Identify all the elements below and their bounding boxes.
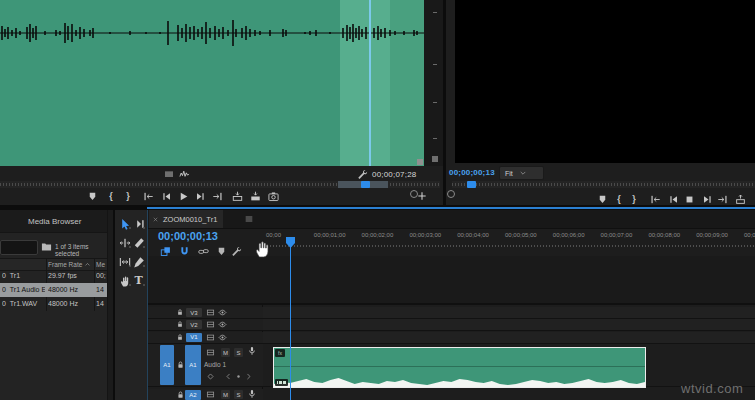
step-back-button[interactable] [159, 189, 173, 203]
go-to-in-button[interactable] [141, 189, 155, 203]
add-marker-button[interactable] [85, 189, 99, 203]
source-scrubber-handle[interactable] [361, 181, 370, 188]
ruler-label: 00;00;03;00 [409, 232, 441, 238]
program-playhead-handle[interactable] [467, 181, 476, 188]
add-marker-button[interactable] [595, 192, 609, 205]
source-waveform-display[interactable] [0, 0, 424, 166]
mute-button-a1[interactable]: M [221, 348, 230, 357]
lock-icon[interactable] [176, 360, 185, 369]
source-settings-wrench-icon[interactable] [357, 169, 368, 180]
voiceover-mic-icon[interactable] [247, 346, 257, 356]
source-resize-handle[interactable] [417, 159, 423, 165]
sync-lock-icon[interactable] [206, 348, 215, 357]
media-row-1[interactable]: 0_Tr129.97 fps00; [0, 269, 107, 283]
pen-tool[interactable] [132, 255, 145, 268]
voiceover-mic-icon[interactable] [247, 389, 257, 399]
source-scrubber[interactable] [0, 181, 440, 188]
slip-tool[interactable] [118, 255, 131, 268]
track-select-forward-tool[interactable] [132, 217, 145, 230]
track-target-a2[interactable]: A2 [185, 390, 201, 400]
panel-menu-icon[interactable] [244, 214, 254, 224]
timeline-position-timecode[interactable]: 00;00;00;13 [158, 230, 218, 242]
vertical-scroll-handle[interactable] [432, 156, 438, 162]
media-row-3[interactable]: 0_Tr1.WAV48000 Hz14 [0, 297, 107, 311]
timeline-playhead-line[interactable] [290, 237, 291, 400]
cell: 00; [96, 272, 107, 279]
play-button[interactable] [176, 189, 190, 203]
button-editor-button[interactable] [415, 189, 429, 203]
lock-icon[interactable] [176, 390, 185, 399]
media-search-input[interactable] [0, 240, 38, 255]
close-icon[interactable] [152, 216, 159, 223]
drag-video-only-icon[interactable] [164, 169, 174, 179]
source-patch-a1[interactable]: A1 [160, 345, 174, 385]
lock-icon[interactable] [176, 320, 184, 328]
cell: 48000 Hz [48, 286, 93, 293]
mute-button-a2[interactable]: M [221, 390, 230, 399]
step-back-button[interactable] [666, 192, 680, 205]
insert-button[interactable] [230, 189, 244, 203]
add-keyframe-icon[interactable] [234, 372, 243, 381]
previous-keyframe-icon[interactable] [224, 372, 233, 381]
go-to-in-button[interactable] [648, 192, 662, 205]
mark-out-button[interactable]: } [121, 189, 135, 203]
go-to-out-button[interactable] [210, 189, 224, 203]
go-to-out-button[interactable] [715, 192, 729, 205]
export-frame-button[interactable] [266, 189, 280, 203]
bin-folder-icon[interactable] [41, 241, 52, 252]
clip-fx-badge[interactable]: fx [275, 349, 285, 357]
ruler-label: 00;00;04;00 [457, 232, 489, 238]
step-forward-button[interactable] [193, 189, 207, 203]
eye-icon[interactable] [218, 333, 227, 342]
mark-in-button[interactable]: { [612, 192, 626, 205]
razor-tool[interactable] [132, 236, 145, 249]
program-position-timecode[interactable]: 00;00;00;13 [449, 168, 495, 177]
media-scrollbar[interactable] [107, 210, 113, 400]
program-scrubber[interactable] [452, 181, 755, 188]
type-tool[interactable]: T [132, 274, 145, 287]
zoom-level-select[interactable]: Fit [499, 166, 544, 180]
selection-tool[interactable] [118, 217, 131, 230]
step-forward-button[interactable] [700, 192, 714, 205]
next-keyframe-icon[interactable] [244, 372, 253, 381]
audio-clip[interactable]: fx [273, 347, 646, 388]
track-target-v2[interactable]: V2 [186, 320, 202, 329]
eye-icon[interactable] [218, 320, 227, 329]
mark-in-button[interactable]: { [104, 189, 118, 203]
source-playhead[interactable] [369, 0, 371, 166]
lock-icon[interactable] [176, 308, 184, 316]
track-v2-lane[interactable] [263, 319, 755, 330]
mark-out-button[interactable]: } [627, 192, 641, 205]
media-row-2[interactable]: 0_Tr1 Audio Extra48000 Hz14 [0, 283, 107, 297]
lift-button[interactable] [733, 192, 747, 205]
sync-lock-icon[interactable] [206, 390, 215, 399]
track-target-a1[interactable]: A1 [185, 345, 201, 385]
source-vertical-scrollbar[interactable] [424, 0, 443, 166]
chevron-down-icon [519, 169, 527, 177]
sync-lock-icon[interactable] [206, 308, 215, 317]
tab-sequence[interactable]: ZOOM0010_Tr1 [149, 210, 223, 228]
keyframe-toggle-icon[interactable] [206, 372, 215, 381]
tab-media-browser[interactable]: Media Browser [28, 217, 81, 226]
source-monitor-panel: 00;00;07;28 {} [0, 0, 443, 205]
track-target-v3[interactable]: V3 [186, 308, 202, 317]
sync-lock-icon[interactable] [206, 320, 215, 329]
solo-button-a1[interactable]: S [234, 348, 243, 357]
sync-lock-icon[interactable] [206, 333, 215, 342]
overwrite-button[interactable] [248, 189, 262, 203]
play-stop-button[interactable] [682, 192, 696, 205]
selection-status-text: 1 of 3 items selected [55, 243, 113, 257]
track-v3-lane[interactable] [263, 307, 755, 318]
drag-audio-only-icon[interactable] [179, 169, 190, 180]
lock-icon[interactable] [176, 333, 184, 341]
solo-button-a2[interactable]: S [234, 390, 243, 399]
track-a1-name[interactable]: Audio 1 [204, 361, 226, 368]
eye-icon[interactable] [218, 308, 227, 317]
track-target-v1[interactable]: V1 [186, 333, 202, 342]
timeline-panel: ZOOM0010_Tr1 00;00;00;13 00;0000;00;01;0… [147, 210, 755, 400]
track-v1-lane[interactable] [263, 332, 755, 343]
program-video-display[interactable] [455, 0, 755, 163]
ripple-edit-tool[interactable] [118, 236, 131, 249]
hand-tool[interactable] [118, 274, 131, 287]
sequence-tab-label: ZOOM0010_Tr1 [163, 215, 217, 224]
